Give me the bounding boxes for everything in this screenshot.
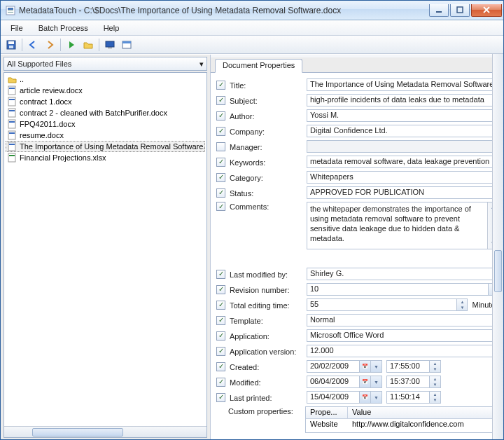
file-filter-dropdown[interactable]: All Supported Files ▾ bbox=[4, 57, 207, 71]
minimize-button[interactable] bbox=[429, 4, 449, 17]
file-name: .. bbox=[20, 75, 24, 83]
input-appver[interactable]: 12.000 bbox=[307, 345, 499, 357]
tab-document-properties[interactable]: Document Properties bbox=[215, 59, 302, 73]
label-custom: Custom properties: bbox=[228, 406, 301, 415]
forward-icon[interactable] bbox=[42, 37, 57, 53]
label-author: Author: bbox=[230, 111, 302, 121]
checkbox-rev[interactable] bbox=[216, 285, 225, 294]
spinner-modified-time[interactable]: ▲▼ bbox=[429, 376, 440, 387]
input-keywords[interactable]: metadata removal software, data leakage … bbox=[307, 156, 499, 168]
go-icon[interactable] bbox=[64, 37, 79, 53]
svg-rect-7 bbox=[8, 41, 14, 44]
checkbox-lastmod[interactable] bbox=[216, 270, 225, 279]
list-item[interactable]: resume.docx bbox=[6, 130, 205, 141]
file-name: contract 2 - cleaned with BatchPurifier.… bbox=[20, 109, 167, 117]
calendar-icon[interactable]: 📅 bbox=[359, 361, 370, 372]
file-name: article review.docx bbox=[20, 86, 83, 95]
checkbox-modified[interactable] bbox=[216, 378, 225, 387]
monitor-icon[interactable] bbox=[102, 37, 118, 53]
input-edit[interactable]: 55 bbox=[307, 298, 456, 311]
close-button[interactable] bbox=[471, 4, 502, 17]
date-printed[interactable]: 15/04/2009📅▼ bbox=[307, 391, 382, 404]
input-template[interactable]: Normal bbox=[307, 314, 499, 326]
svg-rect-24 bbox=[9, 144, 15, 145]
file-name: Financial Projections.xlsx bbox=[20, 153, 106, 162]
custom-cell-value: http://www.digitalconfidence.com bbox=[348, 419, 498, 431]
spinner-printed-time[interactable]: ▲▼ bbox=[429, 392, 440, 403]
input-title[interactable]: The Importance of Using Metadata Removal… bbox=[307, 78, 499, 91]
client-area: All Supported Files ▾ ..article review.d… bbox=[1, 54, 503, 439]
custom-col-property[interactable]: Prope... bbox=[306, 407, 348, 418]
scrollbar-thumb[interactable] bbox=[494, 250, 502, 292]
checkbox-app[interactable] bbox=[216, 331, 225, 341]
custom-col-value[interactable]: Value bbox=[348, 407, 498, 418]
checkbox-comments[interactable] bbox=[216, 202, 225, 211]
input-subject[interactable]: high-profile incidents of data leaks due… bbox=[307, 94, 499, 106]
table-row[interactable]: Website http://www.digitalconfidence.com bbox=[306, 419, 498, 431]
label-modified: Modified: bbox=[230, 378, 302, 387]
checkbox-title[interactable] bbox=[216, 81, 225, 90]
list-item[interactable]: contract 2 - cleaned with BatchPurifier.… bbox=[6, 107, 205, 118]
input-rev[interactable]: 10 bbox=[307, 283, 488, 296]
svg-rect-13 bbox=[8, 86, 15, 95]
custom-properties-table[interactable]: Prope... Value Website http://www.digita… bbox=[305, 406, 499, 433]
spinner-created-time[interactable]: ▲▼ bbox=[429, 361, 440, 372]
back-icon[interactable] bbox=[25, 37, 41, 53]
maximize-button[interactable] bbox=[450, 4, 470, 17]
list-item[interactable]: The Importance of Using Metadata Removal… bbox=[6, 141, 205, 152]
time-created[interactable]: 17:55:00▲▼ bbox=[386, 360, 441, 373]
input-status[interactable]: APPROVED FOR PUBLICATION bbox=[307, 186, 499, 199]
checkbox-manager[interactable] bbox=[216, 142, 225, 151]
list-item[interactable]: article review.docx bbox=[6, 85, 205, 96]
checkbox-subject[interactable] bbox=[216, 96, 225, 105]
checkbox-status[interactable] bbox=[216, 188, 225, 198]
checkbox-author[interactable] bbox=[216, 111, 225, 121]
chevron-down-icon[interactable]: ▼ bbox=[370, 376, 382, 387]
file-icon bbox=[7, 153, 17, 163]
file-list[interactable]: ..article review.docxcontract 1.docxcont… bbox=[4, 72, 207, 438]
spinner-edit[interactable]: ▲▼ bbox=[456, 298, 468, 311]
horizontal-scrollbar[interactable] bbox=[4, 426, 206, 437]
time-printed[interactable]: 11:50:14▲▼ bbox=[386, 391, 441, 404]
checkbox-category[interactable] bbox=[216, 173, 225, 182]
window-vertical-scrollbar[interactable] bbox=[492, 54, 503, 439]
input-manager[interactable] bbox=[307, 140, 499, 153]
list-item[interactable]: .. bbox=[6, 74, 205, 85]
label-appver: Application version: bbox=[230, 347, 302, 356]
toolbar-separator bbox=[60, 39, 61, 51]
checkbox-keywords[interactable] bbox=[216, 158, 225, 167]
chevron-down-icon[interactable]: ▼ bbox=[370, 361, 382, 372]
checkbox-created[interactable] bbox=[216, 362, 225, 371]
list-item[interactable]: FPQ42011.docx bbox=[6, 118, 205, 130]
window-icon[interactable] bbox=[119, 37, 134, 53]
menu-batch[interactable]: Batch Process bbox=[31, 22, 95, 34]
input-author[interactable]: Yossi M. bbox=[307, 109, 499, 122]
menu-file[interactable]: File bbox=[4, 22, 30, 34]
scrollbar-thumb[interactable] bbox=[32, 428, 123, 436]
input-category[interactable]: Whitepapers bbox=[307, 171, 499, 184]
checkbox-edit[interactable] bbox=[216, 301, 225, 310]
svg-rect-15 bbox=[8, 97, 15, 106]
date-modified[interactable]: 06/04/2009📅▼ bbox=[307, 376, 382, 388]
open-folder-icon[interactable] bbox=[80, 37, 96, 53]
time-modified[interactable]: 15:37:00▲▼ bbox=[386, 376, 441, 388]
checkbox-template[interactable] bbox=[216, 316, 225, 325]
input-app[interactable]: Microsoft Office Word bbox=[307, 329, 499, 342]
input-lastmod[interactable]: Shirley G. bbox=[307, 268, 499, 280]
comments-text: the whitepaper demonstrates the importan… bbox=[310, 205, 471, 242]
checkbox-company[interactable] bbox=[216, 127, 225, 136]
list-item[interactable]: contract 1.docx bbox=[6, 96, 205, 107]
checkbox-printed[interactable] bbox=[216, 393, 225, 402]
menu-help[interactable]: Help bbox=[97, 22, 127, 34]
textarea-comments[interactable]: the whitepaper demonstrates the importan… bbox=[307, 202, 499, 249]
save-icon[interactable] bbox=[4, 37, 19, 53]
checkbox-appver[interactable] bbox=[216, 347, 225, 356]
list-item[interactable]: Financial Projections.xlsx bbox=[6, 152, 205, 163]
chevron-down-icon[interactable]: ▼ bbox=[370, 392, 382, 403]
chevron-down-icon: ▾ bbox=[200, 60, 204, 69]
calendar-icon[interactable]: 📅 bbox=[359, 392, 370, 403]
svg-rect-3 bbox=[8, 12, 13, 13]
date-created[interactable]: 20/02/2009📅▼ bbox=[307, 360, 382, 373]
input-company[interactable]: Digital Confidence Ltd. bbox=[307, 125, 499, 137]
calendar-icon[interactable]: 📅 bbox=[359, 376, 370, 387]
